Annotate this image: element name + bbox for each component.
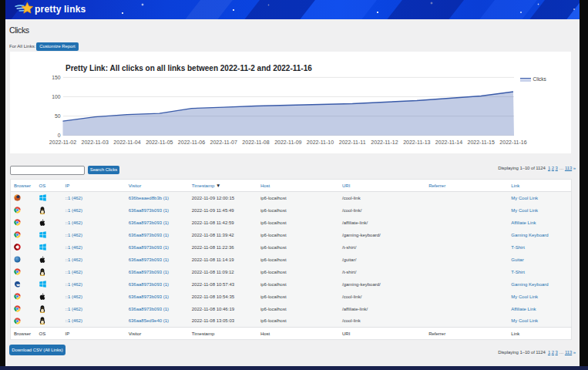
svg-text:2022-11-13: 2022-11-13	[403, 140, 430, 145]
svg-text:2022-11-04: 2022-11-04	[113, 140, 140, 145]
svg-text:2022-11-10: 2022-11-10	[307, 140, 334, 145]
svg-text:2022-11-11: 2022-11-11	[339, 140, 366, 145]
svg-text:50: 50	[55, 113, 61, 119]
svg-text:2022-11-09: 2022-11-09	[274, 140, 301, 145]
svg-text:100: 100	[52, 94, 61, 99]
svg-text:2022-11-02: 2022-11-02	[49, 140, 76, 145]
svg-text:2022-11-07: 2022-11-07	[210, 140, 237, 145]
svg-text:0: 0	[58, 133, 61, 138]
svg-text:2022-11-14: 2022-11-14	[435, 140, 462, 145]
svg-text:2022-11-15: 2022-11-15	[468, 140, 495, 145]
svg-text:2022-11-16: 2022-11-16	[499, 140, 526, 145]
svg-text:2022-11-08: 2022-11-08	[242, 140, 269, 145]
svg-text:150: 150	[52, 75, 61, 80]
svg-text:2022-11-05: 2022-11-05	[146, 140, 173, 145]
svg-text:2022-11-12: 2022-11-12	[371, 140, 398, 145]
svg-text:2022-11-03: 2022-11-03	[82, 140, 109, 145]
svg-text:2022-11-06: 2022-11-06	[178, 140, 205, 145]
